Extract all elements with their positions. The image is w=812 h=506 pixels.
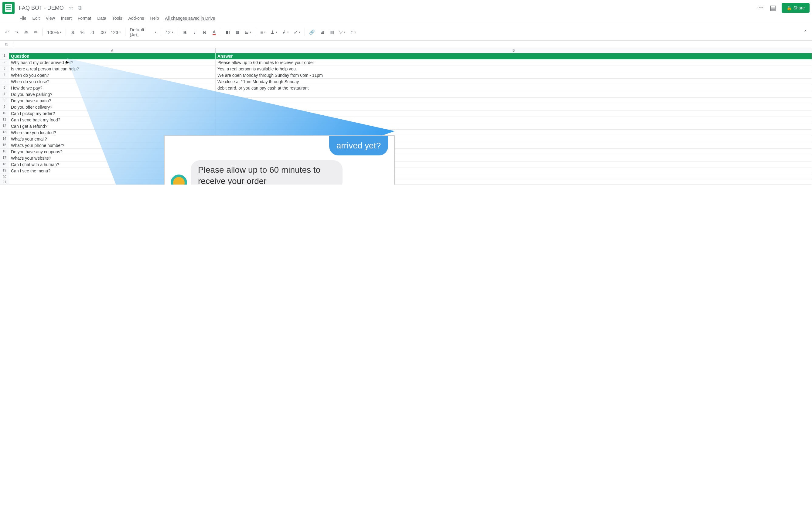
fill-color-button[interactable]: ◧ — [224, 28, 232, 37]
insert-link-button[interactable]: 🔗 — [307, 28, 317, 37]
cell-answer[interactable] — [216, 98, 812, 104]
insert-chart-button[interactable]: ▥ — [328, 28, 336, 37]
row-header[interactable]: 20 — [0, 174, 9, 179]
menu-view[interactable]: View — [44, 15, 57, 22]
cell-question[interactable]: Why hasn't my order arrived yet? — [9, 60, 216, 66]
row-header[interactable]: 12 — [0, 123, 9, 129]
row-header[interactable]: 7 — [0, 91, 9, 97]
v-align-dropdown[interactable]: ⊥ — [269, 28, 279, 37]
cell-question[interactable]: Can I get a refund? — [9, 123, 216, 129]
row-header[interactable]: 19 — [0, 168, 9, 174]
zoom-dropdown[interactable]: 100% — [45, 28, 63, 37]
column-header-b[interactable]: B — [216, 48, 812, 53]
merge-cells-dropdown[interactable]: ⊟ — [243, 28, 253, 37]
font-size-dropdown[interactable]: 12 — [163, 28, 175, 37]
filter-dropdown[interactable]: ▽ — [337, 28, 347, 37]
cell-answer[interactable] — [216, 123, 812, 129]
row-header[interactable]: 16 — [0, 149, 9, 155]
row-header[interactable]: 15 — [0, 142, 9, 149]
lock-icon: 🔒 — [787, 5, 792, 10]
cell-answer[interactable]: Yes, a real person is available to help … — [216, 66, 812, 72]
header-cell-question[interactable]: Question — [9, 53, 216, 59]
row-header[interactable]: 5 — [0, 79, 9, 85]
cell-answer[interactable]: Please allow up to 60 minutes to recieve… — [216, 60, 812, 66]
increase-decimal-button[interactable]: .00 — [97, 28, 107, 37]
cell-question[interactable]: When do you open? — [9, 72, 216, 78]
comments-icon[interactable]: ▤ — [770, 4, 776, 12]
move-icon[interactable]: ⧉ — [78, 5, 82, 11]
number-format-dropdown[interactable]: 123 — [109, 28, 123, 37]
row-header[interactable]: 14 — [0, 136, 9, 142]
expand-toolbar-button[interactable]: ⌃ — [801, 28, 810, 37]
row-header[interactable]: 21 — [0, 179, 9, 184]
row-header[interactable]: 1 — [0, 53, 9, 59]
row-header[interactable]: 2 — [0, 60, 9, 66]
menu-bar: File Edit View Insert Format Data Tools … — [0, 14, 812, 24]
cell-question[interactable]: Where are you located? — [9, 130, 216, 136]
redo-button[interactable]: ↷ — [12, 28, 21, 37]
cell-answer[interactable] — [216, 110, 812, 116]
row-header[interactable]: 11 — [0, 117, 9, 123]
functions-dropdown[interactable]: Σ — [349, 28, 358, 37]
menu-file[interactable]: File — [17, 15, 29, 22]
cell-answer[interactable] — [216, 91, 812, 97]
cell-answer[interactable]: We close at 11pm Monday through Sunday — [216, 79, 812, 85]
cell-question[interactable]: How do we pay? — [9, 85, 216, 91]
h-align-dropdown[interactable]: ≡ — [258, 28, 267, 37]
row-header[interactable]: 13 — [0, 130, 9, 136]
menu-addons[interactable]: Add-ons — [126, 15, 146, 22]
paint-format-button[interactable]: ✑ — [31, 28, 40, 37]
row-header[interactable]: 8 — [0, 98, 9, 104]
percent-button[interactable]: % — [78, 28, 87, 37]
spreadsheet-grid[interactable]: A B 1QuestionAnswer2Why hasn't my order … — [0, 48, 812, 184]
document-title[interactable]: FAQ BOT - DEMO — [17, 4, 66, 12]
menu-tools[interactable]: Tools — [110, 15, 125, 22]
cell-question[interactable]: Can I pickup my order? — [9, 110, 216, 116]
row-header[interactable]: 17 — [0, 155, 9, 161]
row-header[interactable]: 9 — [0, 104, 9, 110]
sheets-app-icon[interactable] — [2, 2, 15, 14]
text-color-button[interactable]: A — [210, 27, 218, 37]
cell-answer[interactable] — [216, 130, 812, 136]
cell-question[interactable]: Is there a real person that can help? — [9, 66, 216, 72]
row-header[interactable]: 6 — [0, 85, 9, 91]
row-header[interactable]: 3 — [0, 66, 9, 72]
rotate-dropdown[interactable]: ⤢ — [292, 28, 302, 37]
header-cell-answer[interactable]: Answer — [216, 53, 812, 59]
formula-bar[interactable]: fx — [0, 41, 812, 48]
share-button[interactable]: 🔒 Share — [782, 3, 810, 13]
cell-answer[interactable]: debit card, or you can pay cash at the r… — [216, 85, 812, 91]
cell-question[interactable]: Do you have a patio? — [9, 98, 216, 104]
cell-question[interactable]: When do you close? — [9, 79, 216, 85]
italic-button[interactable]: I — [190, 28, 199, 37]
row-header[interactable]: 18 — [0, 162, 9, 168]
bold-button[interactable]: B — [181, 28, 189, 37]
row-header[interactable]: 10 — [0, 110, 9, 116]
svg-rect-1 — [6, 5, 11, 6]
cell-answer[interactable] — [216, 117, 812, 123]
undo-button[interactable]: ↶ — [2, 28, 11, 37]
decrease-decimal-button[interactable]: .0 — [88, 28, 96, 37]
cell-answer[interactable]: We are open Monday through Sunday from 6… — [216, 72, 812, 78]
wrap-dropdown[interactable]: ↲ — [280, 28, 291, 37]
activity-icon[interactable]: 〰 — [758, 4, 764, 12]
row-header[interactable]: 4 — [0, 72, 9, 78]
cell-question[interactable]: Do you have parking? — [9, 91, 216, 97]
font-dropdown[interactable]: Default (Ari... — [128, 25, 158, 39]
menu-format[interactable]: Format — [75, 15, 93, 22]
cell-answer[interactable] — [216, 104, 812, 110]
menu-help[interactable]: Help — [148, 15, 162, 22]
cell-question[interactable]: Can I send back my food? — [9, 117, 216, 123]
menu-edit[interactable]: Edit — [30, 15, 42, 22]
column-header-a[interactable]: A — [9, 48, 216, 53]
borders-button[interactable]: ▦ — [233, 28, 242, 37]
currency-button[interactable]: $ — [68, 28, 77, 37]
menu-insert[interactable]: Insert — [59, 15, 74, 22]
strikethrough-button[interactable]: S — [200, 28, 209, 37]
select-all-corner[interactable] — [0, 48, 9, 53]
menu-data[interactable]: Data — [95, 15, 109, 22]
insert-comment-button[interactable]: ⊞ — [318, 28, 326, 37]
cell-question[interactable]: Do you offer delivery? — [9, 104, 216, 110]
print-button[interactable]: 🖶 — [22, 28, 30, 37]
star-icon[interactable]: ☆ — [69, 5, 74, 11]
